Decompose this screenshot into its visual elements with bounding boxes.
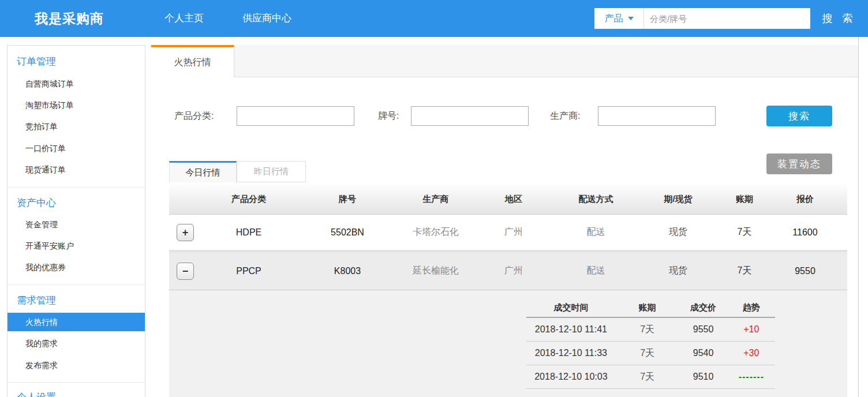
row-delivery: 配送: [551, 265, 641, 277]
filter-producer-label: 生产商:: [550, 106, 580, 126]
detail-header-term: 账期: [616, 302, 679, 313]
page: 我是采购商 个人主页 供应商中心 产品 搜 索 订单管理 自营商城订单 淘塑市场…: [0, 0, 868, 397]
deal-time: 2018-12-10 10:03: [526, 372, 616, 382]
deal-time: 2018-12-10 11:33: [526, 348, 616, 358]
detail-row: 2018-12-10 10:03 7天 9510 -------: [526, 365, 775, 389]
deal-price: 9510: [679, 372, 727, 382]
sidebar-item-pingan-account[interactable]: 开通平安账户: [25, 240, 74, 252]
trend-value: +10: [728, 324, 775, 335]
row-category: PPCP: [198, 266, 300, 276]
sidebar-item-self-mall-orders[interactable]: 自营商城订单: [25, 78, 74, 89]
row-term: 7天: [716, 226, 773, 238]
deal-price: 9540: [679, 348, 727, 358]
header-price: 报价: [773, 194, 837, 205]
header-search-button[interactable]: 搜 索: [810, 0, 868, 37]
sidebar-item-publish-demand[interactable]: 发布需求: [25, 359, 58, 371]
sidebar-item-fixed-price-orders[interactable]: 一口价订单: [25, 143, 66, 154]
collapse-button[interactable]: −: [177, 263, 194, 280]
header-category: 产品分类: [198, 194, 300, 205]
sidebar-divider: [8, 187, 145, 188]
subtab-today-market[interactable]: 今日行情: [169, 161, 237, 182]
sidebar-section-demand-management: 需求管理: [17, 295, 56, 306]
header-spot: 期/现货: [641, 194, 716, 205]
sidebar-divider: [8, 284, 145, 285]
detail-header-price: 成交价: [679, 302, 727, 313]
chevron-down-icon: [628, 17, 634, 20]
sidebar: 订单管理 自营商城订单 淘塑市场订单 竞拍订单 一口价订单 现货通订单 资产中心…: [7, 45, 145, 397]
row-brand: K8003: [300, 266, 395, 276]
row-spot: 现货: [641, 265, 716, 277]
deal-history-table: 成交时间 账期 成交价 趋势 2018-12-10 11:41 7天 9550 …: [526, 298, 775, 389]
search-category-label: 产品: [605, 13, 623, 25]
sidebar-section-order-management: 订单管理: [17, 56, 56, 68]
deal-time: 2018-12-10 11:41: [526, 324, 616, 335]
filter-producer-input[interactable]: [598, 106, 716, 126]
row-region: 广州: [476, 265, 551, 277]
expand-button[interactable]: +: [177, 224, 194, 241]
detail-row: 2018-12-10 11:33 7天 9540 +30: [526, 342, 775, 365]
header-search-input[interactable]: [644, 8, 810, 29]
sidebar-item-my-coupons[interactable]: 我的优惠券: [25, 261, 66, 273]
sidebar-item-auction-orders[interactable]: 竞拍订单: [25, 121, 58, 132]
table-header-row: 产品分类 牌号 生产商 地区 配送方式 期/现货 账期 报价: [169, 185, 847, 215]
nav-item-supplier-center[interactable]: 供应商中心: [242, 0, 291, 37]
device-status-button[interactable]: 装置动态: [766, 153, 832, 174]
detail-row: 2018-12-10 11:41 7天 9550 +10: [526, 318, 775, 342]
row-term: 7天: [716, 265, 773, 277]
sidebar-item-taosu-market-orders[interactable]: 淘塑市场订单: [25, 99, 74, 111]
filter-search-button[interactable]: 搜索: [766, 106, 832, 126]
main-tabstrip: 火热行情: [151, 45, 858, 77]
row-delivery: 配送: [551, 226, 641, 238]
row-spot: 现货: [641, 226, 716, 238]
page-right-border: [858, 37, 859, 397]
trend-value: -------: [728, 372, 775, 382]
row-brand: 5502BN: [300, 227, 395, 238]
nav-item-profile[interactable]: 个人主页: [164, 0, 204, 37]
trend-value: +30: [728, 348, 775, 358]
subtab-yesterday-market[interactable]: 昨日行情: [237, 161, 306, 182]
deal-term: 7天: [616, 347, 679, 359]
detail-header-row: 成交时间 账期 成交价 趋势: [526, 298, 775, 318]
filter-category-input[interactable]: [237, 106, 354, 126]
row-category: HDPE: [198, 227, 300, 238]
sidebar-item-my-demands[interactable]: 我的需求: [25, 338, 58, 349]
sidebar-item-hot-market[interactable]: 火热行情: [8, 313, 145, 331]
sidebar-section-personal-settings: 个人设置: [17, 392, 56, 397]
header-delivery: 配送方式: [551, 194, 641, 205]
row-producer: 卡塔尔石化: [395, 226, 476, 238]
search-category-select[interactable]: 产品: [594, 8, 644, 29]
detail-header-time: 成交时间: [526, 302, 616, 313]
sidebar-item-spot-orders[interactable]: 现货通订单: [25, 164, 66, 175]
header-region: 地区: [476, 194, 551, 205]
row-region: 广州: [476, 226, 551, 238]
sidebar-divider: [8, 382, 145, 383]
table-row: − PPCP K8003 延长榆能化 广州 配送 现货 7天 9550: [169, 252, 847, 290]
deal-price: 9550: [679, 324, 727, 335]
header-search-box: 产品: [594, 8, 810, 29]
filter-category-label: 产品分类:: [174, 106, 214, 126]
deal-term: 7天: [616, 324, 679, 336]
deal-term: 7天: [616, 371, 679, 383]
filter-brand-input[interactable]: [411, 106, 529, 126]
row-producer: 延长榆能化: [395, 265, 476, 277]
header-term: 账期: [716, 194, 773, 205]
header-brand: 牌号: [300, 194, 395, 205]
sidebar-section-asset-center: 资产中心: [17, 197, 56, 209]
detail-header-trend: 趋势: [728, 302, 775, 313]
row-price: 9550: [773, 266, 837, 276]
row-price: 11600: [773, 227, 837, 238]
table-row: + HDPE 5502BN 卡塔尔石化 广州 配送 现货 7天 11600: [169, 215, 847, 250]
header-producer: 生产商: [395, 194, 476, 205]
sidebar-item-funds-management[interactable]: 资金管理: [25, 219, 58, 230]
top-header: 我是采购商 个人主页 供应商中心 产品 搜 索: [0, 0, 868, 37]
market-table: 产品分类 牌号 生产商 地区 配送方式 期/现货 账期 报价 + HDPE 55…: [169, 185, 847, 290]
filter-brand-label: 牌号:: [378, 106, 399, 126]
tab-hot-market[interactable]: 火热行情: [151, 45, 234, 77]
brand-title: 我是采购商: [35, 0, 104, 37]
minus-icon: −: [182, 266, 189, 276]
plus-icon: +: [182, 227, 189, 238]
